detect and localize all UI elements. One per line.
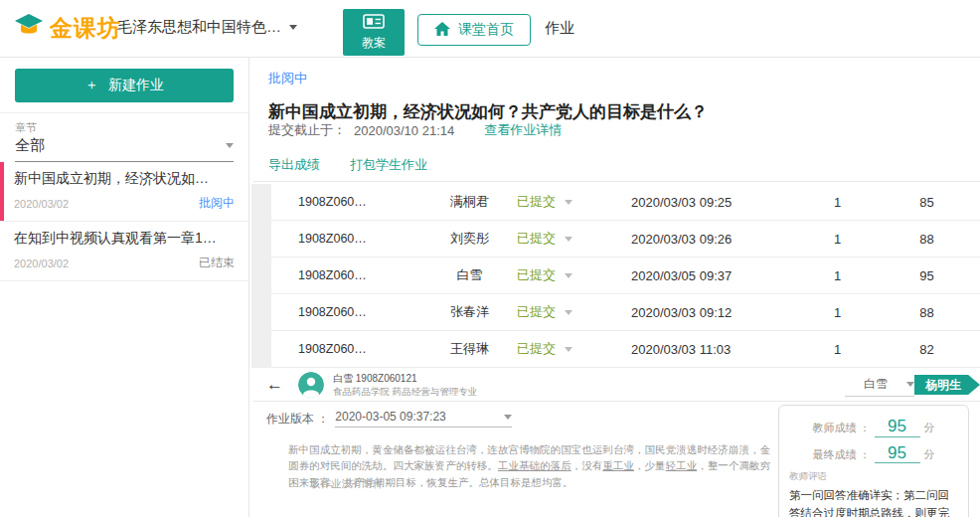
student-id-cell: 1908Z060…: [298, 195, 422, 209]
view-homework-detail-link[interactable]: 查看作业详情: [484, 121, 562, 139]
deadline-value: 2020/03/10 21:14: [354, 123, 454, 138]
lesson-plan-button-label: 教案: [362, 35, 386, 52]
chevron-down-icon: [289, 25, 297, 30]
submission-status-cell[interactable]: 已提交: [517, 340, 631, 358]
home-icon: [434, 22, 450, 39]
student-id-cell: 1908Z060…: [298, 268, 422, 282]
score-cell: 88: [880, 305, 974, 320]
score-cell: 88: [880, 232, 974, 247]
final-score-input[interactable]: 95: [875, 444, 920, 464]
submission-count-cell: 1: [795, 232, 880, 247]
table-scrollbar[interactable]: [251, 184, 271, 368]
package-student-homework-link[interactable]: 打包学生作业: [350, 156, 427, 174]
table-row[interactable]: 1908Z060… 王得琳 已提交 2020/03/03 11:03 1 82: [271, 331, 980, 368]
score-cell: 95: [880, 268, 974, 283]
chevron-down-icon: [504, 415, 512, 420]
chevron-down-icon: [565, 310, 572, 315]
top-bar: 金课坊 毛泽东思想和中国特色… 教案 课堂首页 作业: [0, 0, 980, 58]
student-id-cell: 1908Z060…: [298, 305, 422, 319]
final-score-row: 最终成绩 ： 95 分: [789, 444, 958, 464]
homework-item-meta: 2020/03/02 已结束: [14, 255, 235, 271]
score-unit: 分: [924, 421, 935, 435]
homework-item-status: 已结束: [199, 255, 235, 271]
homework-list: 新中国成立初期，经济状况如… 2020/03/02 批阅中 在知到中视频认真观看…: [0, 162, 248, 281]
submission-status-cell[interactable]: 已提交: [517, 303, 631, 321]
student-name-cell: 王得琳: [422, 340, 517, 358]
main-divider: [253, 181, 980, 182]
student-submission-table: 1908Z060… 满桐君 已提交 2020/03/03 09:25 1 85 …: [271, 184, 980, 368]
app-window: 金课坊 毛泽东思想和中国特色… 教案 课堂首页 作业: [0, 0, 980, 517]
course-title-dropdown[interactable]: 毛泽东思想和中国特色…: [117, 18, 297, 37]
detail-divider: [253, 401, 980, 402]
student-select-value: 白雪: [845, 376, 906, 393]
export-scores-link[interactable]: 导出成绩: [268, 156, 320, 174]
grade-card: 教师成绩 ： 95 分 最终成绩 ： 95 分 教师评语 第一问回答准确详实；第…: [778, 405, 969, 517]
homework-item-date: 2020/03/02: [14, 198, 69, 210]
chevron-down-icon: [906, 382, 914, 387]
table-row[interactable]: 1908Z060… 张春洋 已提交 2020/03/03 09:12 1 88: [271, 294, 980, 331]
table-row[interactable]: 1908Z060… 刘奕彤 已提交 2020/03/03 09:26 1 88: [271, 221, 980, 258]
student-select[interactable]: 白雪: [845, 376, 914, 397]
submission-time-cell: 2020/03/03 09:26: [631, 232, 795, 247]
chevron-down-icon: [565, 347, 572, 352]
student-id-cell: 1908Z060…: [298, 232, 422, 246]
student-department: 食品药品学院 药品经营与管理专业: [333, 386, 477, 399]
classroom-home-button[interactable]: 课堂首页: [417, 14, 531, 46]
homework-version-row: 作业版本 ： 2020-03-05 09:37:23: [266, 410, 512, 428]
chapter-label: 章节: [15, 120, 37, 135]
submission-count-cell: 1: [795, 268, 880, 283]
student-name-id: 白雪 1908Z060121: [333, 372, 477, 386]
homework-item-status: 批阅中: [199, 195, 235, 212]
tab-homework[interactable]: 作业: [545, 19, 574, 38]
homework-list-item[interactable]: 在知到中视频认真观看第一章1… 2020/03/02 已结束: [0, 222, 248, 281]
chevron-down-icon: [565, 237, 572, 242]
brand-logo: 金课坊: [14, 13, 121, 44]
homework-list-item[interactable]: 新中国成立初期，经济状况如… 2020/03/02 批阅中: [0, 162, 248, 222]
sidebar: ＋ 新建作业 章节 全部 新中国成立初期，经济状况如… 2020/03/02 批…: [0, 58, 249, 517]
document-icon: [363, 14, 385, 32]
new-homework-button[interactable]: ＋ 新建作业: [15, 69, 234, 102]
teacher-badge: 杨明生: [914, 375, 980, 395]
student-name-cell: 刘奕彤: [422, 230, 517, 248]
submission-count-cell: 1: [795, 342, 880, 357]
submission-status-cell[interactable]: 已提交: [517, 230, 631, 248]
submission-status-cell[interactable]: 已提交: [517, 193, 631, 211]
deadline-label: 提交截止于：: [268, 121, 346, 139]
submission-time-cell: 2020/03/05 09:37: [631, 268, 795, 283]
table-row[interactable]: 1908Z060… 白雪 已提交 2020/03/05 09:37 1 95: [271, 258, 980, 294]
plus-icon: ＋: [84, 77, 98, 94]
lesson-plan-button[interactable]: 教案: [343, 9, 405, 56]
no-attachment-note: 该作业没有附件: [310, 477, 384, 491]
student-id-cell: 1908Z060…: [298, 342, 422, 356]
homework-item-title: 在知到中视频认真观看第一章1…: [14, 230, 235, 248]
submission-status-cell[interactable]: 已提交: [517, 266, 631, 284]
actions-row: 导出成绩 打包学生作业: [268, 156, 427, 174]
submission-count-cell: 1: [795, 305, 880, 320]
teacher-comment-text: 第一问回答准确详实；第二问回答结合过度时期总路线，则更完备。: [789, 487, 958, 517]
classroom-home-button-label: 课堂首页: [458, 21, 514, 39]
homework-version-label: 作业版本 ：: [266, 411, 329, 428]
student-name-cell: 张春洋: [422, 303, 517, 321]
homework-item-title: 新中国成立初期，经济状况如…: [14, 170, 235, 188]
student-name-cell: 满桐君: [422, 193, 517, 211]
back-button[interactable]: ←: [266, 375, 283, 395]
graduation-cap-icon: [14, 13, 44, 44]
homework-item-date: 2020/03/02: [14, 258, 69, 269]
chevron-down-icon: [565, 273, 572, 278]
teacher-score-input[interactable]: 95: [875, 418, 920, 437]
submission-time-cell: 2020/03/03 09:25: [631, 195, 795, 210]
table-row[interactable]: 1908Z060… 满桐君 已提交 2020/03/03 09:25 1 85: [271, 184, 980, 221]
final-score-label: 最终成绩 ：: [812, 447, 870, 462]
teacher-score-label: 教师成绩 ：: [812, 421, 870, 435]
submission-time-cell: 2020/03/03 11:03: [631, 342, 795, 357]
student-avatar: [298, 372, 324, 398]
teacher-score-row: 教师成绩 ： 95 分: [789, 418, 958, 437]
student-info: 白雪 1908Z060121 食品药品学院 药品经营与管理专业: [333, 372, 477, 398]
chapter-select[interactable]: 全部: [15, 136, 234, 162]
homework-version-select[interactable]: 2020-03-05 09:37:23: [335, 410, 512, 428]
chapter-select-value: 全部: [15, 136, 45, 155]
grading-detail-panel: ← 白雪 1908Z060121 食品药品学院 药品经营与管理专业 白雪 杨明生…: [253, 368, 980, 517]
deadline-row: 提交截止于： 2020/03/10 21:14 查看作业详情: [268, 121, 562, 139]
score-cell: 85: [880, 195, 974, 210]
submission-count-cell: 1: [795, 195, 880, 210]
